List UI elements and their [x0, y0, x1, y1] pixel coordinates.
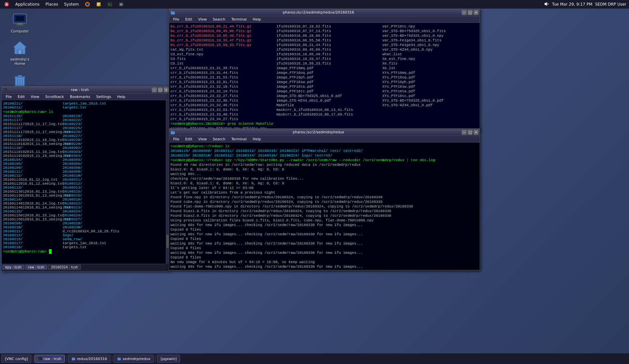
taskbar-redux20160316[interactable]: redux/20160316 — [68, 355, 111, 363]
sedmdrp-maximize[interactable]: □ — [468, 130, 472, 135]
sedmdrp-search-menu[interactable]: Search — [210, 136, 228, 142]
file-img5: image_PTF16ta.pdf — [276, 84, 382, 89]
redux-close[interactable]: ✕ — [474, 10, 478, 15]
taskbar-sep3 — [112, 355, 112, 362]
raw-tcsh-menu: File Edit View Scrollback Bookmarks Sett… — [2, 94, 170, 100]
raw-line-24: 20160114/ 20160316/ — [3, 198, 165, 202]
file-crr8: crr_b_ifu20160315_23_32_36.fits — [170, 98, 276, 103]
file-img3: image_PTF16ph.pdf — [276, 75, 382, 80]
svg-rect-18 — [15, 16, 24, 21]
redux-col3: var_PTF16tc.npy var_STD-BD+75d325_obs1_0… — [382, 24, 478, 130]
system-menu[interactable]: System — [61, 1, 81, 7]
raw-prompt-1: <sedmdrp@pharos:raw> ls — [3, 110, 165, 114]
raw-settings-menu[interactable]: Settings — [94, 94, 114, 100]
mini-tab-20160324[interactable]: 20160324 : tcsh — [48, 265, 81, 270]
minimize-button[interactable]: ─ — [152, 88, 157, 92]
file-ifu3: ifu20160316_08_28_06.fits — [276, 33, 382, 38]
file-crr7: crr_b_ifu20160315_23_32_27.fits — [170, 94, 276, 98]
file-img7: image_STD-BD+75d325_obs1_0.pdf — [276, 94, 382, 98]
sedmdrp-redux-window: pharos:/scr2/sedmdrp/redux ─ □ ✕ File Ed… — [169, 128, 480, 271]
redux-minimize[interactable]: ─ — [462, 10, 466, 15]
file-var5: var_STD-Feige34_obs1_0.npy — [382, 43, 478, 47]
editor-icon[interactable] — [93, 1, 104, 8]
file-var6: var_STD-HZ44_obs1_0.npy — [382, 47, 478, 52]
taskbar-pgxwin[interactable]: [pgxwin] — [157, 355, 180, 363]
raw-line-13: 20151119192015_11_19_seeing.txt 20160304… — [3, 154, 165, 158]
raw-line-12: 20151119192015_11_19_log.txt 20160303/ — [3, 150, 165, 154]
taskbar-raw[interactable]: >_ raw : tcsh — [34, 355, 65, 363]
redux-edit-menu[interactable]: Edit — [182, 17, 195, 22]
redux-search-menu[interactable]: Search — [210, 17, 228, 22]
sedmdrp-terminal-menu[interactable]: Terminal — [229, 136, 250, 142]
mini-tab-kpy[interactable]: kpy : tcsh — [2, 265, 24, 270]
raw-line-35: 20160217/ targets_jan_2016.txt — [3, 241, 165, 245]
home-icon[interactable]: sedmdrp's Home — [7, 40, 33, 66]
file-xys2: XYs_PTF16oq.pdf — [382, 75, 478, 80]
raw-file-menu[interactable]: File — [3, 94, 14, 100]
redux-maximize[interactable]: □ — [468, 10, 472, 15]
mini-tab-raw[interactable]: raw : tcsh — [25, 265, 47, 270]
maximize-button[interactable]: □ — [158, 88, 163, 92]
raw-line-18: 20160112/ 20160310/ — [3, 174, 165, 178]
raw-bottom-scroll: kpy : tcsh raw : tcsh 20160324 : tcsh — [2, 264, 166, 270]
desktop-icons: Computer sedmdrp's Home — [7, 12, 33, 94]
sedmdrp-late: It's getting late! UT = 04:12 >= 03:00 — [170, 186, 478, 190]
file-img4: image_PTF16sw.pdf — [276, 80, 382, 84]
app-menu-icon[interactable]: A — [1, 1, 12, 8]
sedmdrp-folder-icon — [170, 130, 175, 135]
places-menu[interactable]: Places — [43, 1, 61, 7]
close-button[interactable]: ✕ — [164, 88, 169, 92]
sedmdrp-close[interactable]: ✕ — [474, 130, 478, 135]
file-xys3: XYs_PTF16ph.pdf — [382, 80, 478, 84]
sedmdrp-minimize[interactable]: ─ — [462, 130, 466, 135]
file-crr3: crr_b_ifu20160315_23_31_53.fits — [170, 75, 276, 80]
taskbar-sedmdrp[interactable]: sedmdrp/redux — [114, 355, 154, 363]
svg-rect-32 — [171, 131, 175, 134]
file-var3: var_STD-BD+75d325_obs1_0.npy — [382, 33, 478, 38]
raw-help-menu[interactable]: Help — [115, 94, 128, 100]
redux-titlebar[interactable]: pharos:/scr2/sedmdrp/redux/20160316 ─ □ … — [169, 9, 480, 16]
sedmdrp-titlebar[interactable]: pharos:/scr2/sedmdrp/redux ─ □ ✕ — [169, 129, 480, 136]
redux-terminal-menu[interactable]: Terminal — [229, 17, 250, 22]
extra-icon[interactable] — [116, 1, 126, 8]
home-label: sedmdrp's Home — [7, 57, 33, 66]
file-cd2: Cd.fits — [170, 57, 276, 61]
raw-mini-tabs: kpy : tcsh raw : tcsh 20160324 : tcsh — [2, 264, 81, 270]
file-crr11: crr_b_ifu20160315_23_33_40.fits — [170, 112, 276, 117]
redux-help-menu[interactable]: Help — [250, 17, 264, 22]
raw-scrollback-menu[interactable]: Scrollback — [43, 94, 67, 100]
firefox-icon[interactable] — [82, 1, 93, 8]
raw-line-16: 20160109/ 20160308/ — [3, 166, 165, 170]
file-maskcrr2: maskcrr_b_ifu20160316_00_17_09.fits — [276, 112, 382, 117]
sedmdrp-file-menu[interactable]: File — [170, 136, 182, 142]
sedmdrp-edit-menu[interactable]: Edit — [182, 136, 195, 142]
raw-prompt-final: <sedmdrp@pharos:raw> — [3, 249, 165, 254]
taskbar-sep1 — [33, 355, 33, 362]
computer-icon[interactable]: Computer — [7, 12, 33, 33]
sedmdrp-view-menu[interactable]: View — [196, 136, 210, 142]
raw-bookmarks-menu[interactable]: Bookmarks — [67, 94, 93, 100]
raw-view-menu[interactable]: View — [28, 94, 42, 100]
raw-edit-menu[interactable]: Edit — [15, 94, 27, 100]
file-xe1: Xe_ext_fine.npy — [382, 57, 478, 61]
file-cat: cat_Hg.fits.txt — [170, 47, 276, 52]
raw-line-22: 20160113012016_01_13_log.txt 20160315/ — [3, 190, 165, 194]
terminal-icon-top[interactable]: >_ — [105, 1, 115, 8]
file-ifu5: ifu20160316_09_21_44.fits — [276, 43, 382, 47]
file-makefile: Makefile — [276, 103, 382, 108]
raw-tcsh-titlebar[interactable]: >_ raw : tcsh ─ □ ✕ — [2, 86, 170, 94]
top-taskbar: A Applications Places System >_ — [0, 0, 629, 9]
redux-file-menu[interactable]: File — [170, 17, 182, 22]
file-crr4: crr_b_ifu20160315_23_32_01.fits — [170, 80, 276, 84]
taskbar-vnc[interactable]: [VNC config] — [1, 355, 31, 363]
raw-line-8: 20151118/ 20160227/ — [3, 134, 165, 138]
applications-menu[interactable]: Applications — [13, 1, 42, 7]
redux-view-menu[interactable]: View — [196, 17, 210, 22]
svg-text:>_: >_ — [108, 3, 112, 6]
sedmdrp-bias1: bias2.0: 0, bias0.1: 0, dome: 0, Xe: 0, … — [170, 167, 478, 172]
sedmdrp-help-menu[interactable]: Help — [250, 136, 264, 142]
raw-line-17: 20160111/ 20160309/ — [3, 170, 165, 174]
file-var4: var_STD-Feige34_obs1_0.fits — [382, 38, 478, 43]
file-var2: var_STD-BD+75d325_obs1_0.fits — [382, 29, 478, 33]
volume-icon[interactable] — [544, 1, 549, 8]
